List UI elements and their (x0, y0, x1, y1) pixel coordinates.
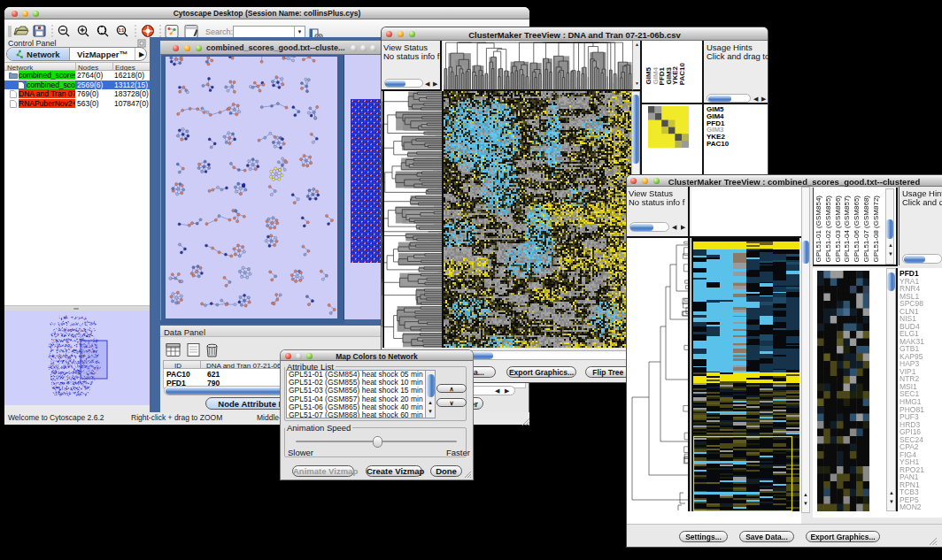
svg-text:1:1: 1:1 (119, 28, 125, 33)
svg-text:Search:: Search: (205, 27, 233, 36)
